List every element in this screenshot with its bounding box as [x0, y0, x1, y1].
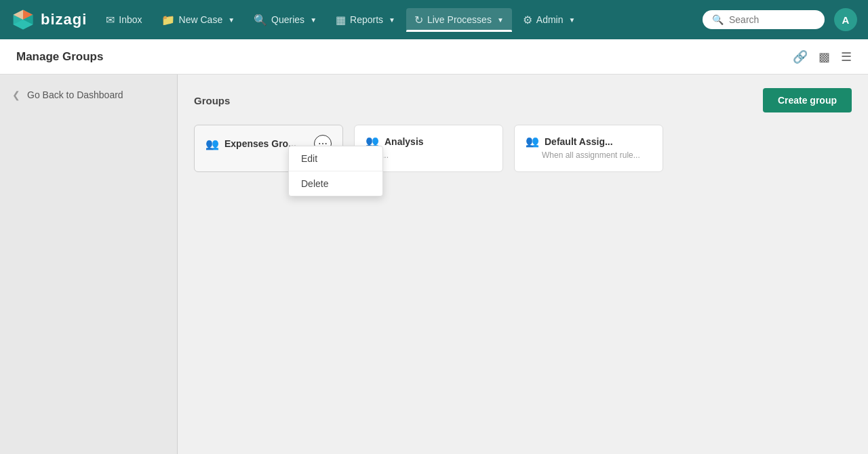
active-underline: [406, 30, 512, 32]
search-input[interactable]: [729, 14, 810, 25]
new-case-caret: ▼: [228, 16, 235, 24]
group-card-expenses[interactable]: 👥 Expenses Gro... ⋯ Edit Delete: [194, 125, 343, 172]
link-icon[interactable]: 🔗: [793, 49, 808, 64]
inbox-icon: ✉: [106, 14, 115, 26]
card-header-default-assign: 👥 Default Assig...: [526, 135, 652, 148]
card-name-analysis: Analysis: [384, 136, 424, 147]
app-name: bizagi: [41, 11, 87, 28]
search-box[interactable]: 🔍: [703, 10, 825, 29]
card-name-row-expenses: 👥 Expenses Gro...: [205, 138, 296, 150]
folder-icon: 📁: [161, 14, 175, 26]
groups-header: Groups Create group: [194, 88, 852, 112]
search-icon: 🔍: [712, 14, 724, 25]
group-card-icon-expenses: 👥: [205, 138, 219, 150]
card-sub-default-assign: When all assignment rule...: [542, 150, 652, 160]
live-processes-caret: ▼: [497, 16, 504, 24]
bar-chart-icon: ▦: [336, 14, 346, 26]
logo[interactable]: bizagi: [11, 7, 87, 32]
card-header-analysis: 👥 Analysis: [366, 135, 492, 148]
groups-section-title: Groups: [194, 95, 230, 106]
back-label: Go Back to Dashboard: [27, 89, 123, 100]
card-name-row-default-assign: 👥 Default Assig...: [526, 135, 613, 148]
nav-queries[interactable]: 🔍 Queries ▼: [245, 8, 325, 32]
context-menu: Edit Delete: [288, 146, 383, 197]
create-group-button[interactable]: Create group: [763, 88, 852, 112]
user-avatar[interactable]: A: [834, 8, 857, 31]
sidebar: ❮ Go Back to Dashboard: [0, 75, 178, 454]
sub-header: Manage Groups 🔗 ▩ ☰: [0, 39, 868, 75]
nav-reports[interactable]: ▦ Reports ▼: [328, 8, 403, 32]
main-layout: ❮ Go Back to Dashboard Groups Create gro…: [0, 75, 868, 454]
refresh-icon: ↻: [414, 14, 423, 26]
chart-icon[interactable]: ▩: [818, 49, 830, 64]
nav-inbox[interactable]: ✉ Inbox: [98, 8, 150, 32]
top-navigation: bizagi ✉ Inbox 📁 New Case ▼ 🔍 Queries ▼ …: [0, 0, 868, 39]
go-back-to-dashboard[interactable]: ❮ Go Back to Dashboard: [0, 80, 177, 110]
back-arrow-icon: ❮: [12, 89, 20, 100]
nav-new-case[interactable]: 📁 New Case ▼: [153, 8, 243, 32]
main-content: Groups Create group 👥 Expenses Gro... ⋯ …: [178, 75, 868, 454]
card-name-expenses: Expenses Gro...: [224, 138, 296, 149]
gear-icon: ⚙: [523, 14, 532, 26]
context-menu-delete[interactable]: Delete: [289, 171, 382, 196]
card-name-default-assign: Default Assig...: [545, 136, 613, 147]
nav-live-processes[interactable]: ↻ Live Processes ▼: [406, 8, 512, 32]
card-sub-analysis: ...: [382, 150, 492, 160]
admin-caret: ▼: [569, 16, 576, 24]
sub-header-icons: 🔗 ▩ ☰: [793, 49, 852, 64]
nav-admin[interactable]: ⚙ Admin ▼: [515, 8, 584, 32]
context-menu-edit[interactable]: Edit: [289, 146, 382, 171]
group-card-icon-default-assign: 👥: [526, 135, 539, 148]
groups-grid: 👥 Expenses Gro... ⋯ Edit Delete 👥: [194, 125, 852, 172]
group-card-default-assign[interactable]: 👥 Default Assig... When all assignment r…: [514, 125, 663, 172]
search-nav-icon: 🔍: [254, 14, 267, 26]
queries-caret: ▼: [310, 16, 317, 24]
reports-caret: ▼: [389, 16, 395, 24]
page-title: Manage Groups: [16, 50, 793, 64]
menu-icon[interactable]: ☰: [841, 49, 852, 64]
